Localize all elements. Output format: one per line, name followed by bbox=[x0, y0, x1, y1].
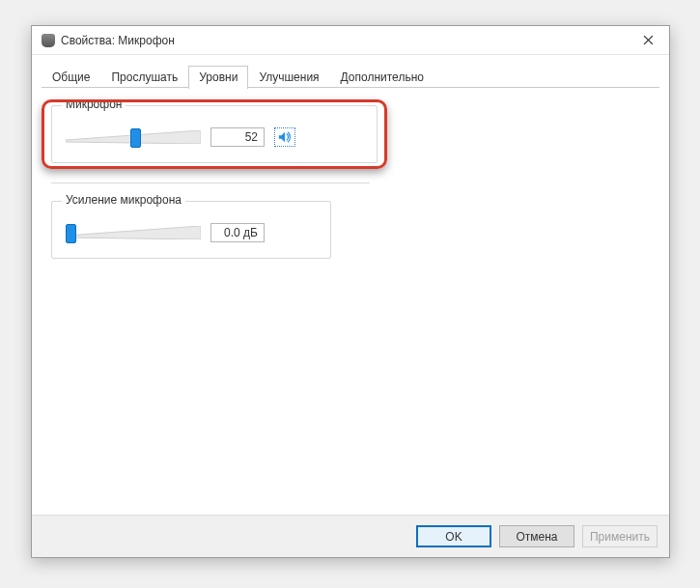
ok-button[interactable]: OK bbox=[416, 525, 491, 547]
boost-value[interactable]: 0.0 дБ bbox=[210, 223, 265, 242]
tab-advanced[interactable]: Дополнительно bbox=[330, 66, 434, 89]
microphone-group: Микрофон 52 bbox=[51, 105, 378, 163]
boost-slider[interactable] bbox=[66, 223, 201, 242]
microphone-label: Микрофон bbox=[62, 98, 126, 111]
microphone-value[interactable]: 52 bbox=[210, 127, 265, 147]
titlebar: Свойства: Микрофон bbox=[32, 26, 669, 55]
tab-content: Микрофон 52 bbox=[32, 88, 669, 515]
tab-enhancements[interactable]: Улучшения bbox=[248, 66, 329, 89]
window-title: Свойства: Микрофон bbox=[61, 34, 175, 47]
mute-button[interactable] bbox=[274, 127, 295, 147]
microphone-icon bbox=[42, 34, 55, 47]
tab-levels[interactable]: Уровни bbox=[188, 66, 248, 89]
properties-window: Свойства: Микрофон Общие Прослушать Уров… bbox=[31, 25, 670, 558]
tab-general[interactable]: Общие bbox=[42, 66, 100, 89]
microphone-slider[interactable] bbox=[66, 127, 201, 147]
boost-row: 0.0 дБ bbox=[66, 223, 317, 242]
divider bbox=[51, 182, 370, 183]
boost-label: Усиление микрофона bbox=[62, 193, 185, 207]
svg-marker-4 bbox=[66, 226, 201, 239]
dialog-footer: OK Отмена Применить bbox=[32, 515, 669, 557]
boost-group: Усиление микрофона 0.0 дБ bbox=[51, 201, 331, 259]
tab-listen[interactable]: Прослушать bbox=[100, 66, 188, 89]
cancel-button[interactable]: Отмена bbox=[499, 525, 574, 547]
close-icon bbox=[643, 35, 654, 45]
slider-thumb[interactable] bbox=[66, 224, 76, 243]
tabs: Общие Прослушать Уровни Улучшения Дополн… bbox=[32, 65, 669, 88]
svg-marker-3 bbox=[279, 132, 285, 143]
slider-track-icon bbox=[66, 226, 201, 239]
microphone-row: 52 bbox=[66, 127, 363, 147]
slider-thumb[interactable] bbox=[130, 128, 141, 148]
close-button[interactable] bbox=[627, 26, 669, 55]
speaker-icon bbox=[278, 130, 292, 144]
apply-button[interactable]: Применить bbox=[582, 525, 658, 547]
